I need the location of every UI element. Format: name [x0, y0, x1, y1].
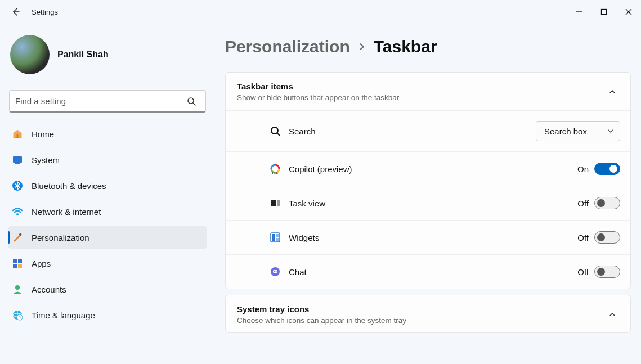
- sidebar-item-time[interactable]: Time & language: [8, 304, 207, 326]
- svg-point-11: [16, 213, 19, 215]
- sidebar-item-label: Time & language: [32, 311, 95, 320]
- row-label: Search: [289, 127, 536, 136]
- svg-rect-2: [602, 10, 607, 15]
- sidebar-item-label: Apps: [32, 259, 51, 268]
- sidebar-item-label: Home: [32, 129, 54, 139]
- system-icon: [11, 154, 24, 166]
- bluetooth-icon: [11, 179, 24, 192]
- row-label: Task view: [289, 199, 577, 208]
- svg-rect-35: [273, 270, 277, 273]
- chevron-up-icon: [604, 311, 620, 318]
- window-title: Settings: [32, 8, 58, 16]
- maximize-button[interactable]: [591, 0, 616, 24]
- row-label: Copilot (preview): [289, 164, 577, 174]
- sidebar-item-network[interactable]: Network & internet: [8, 200, 207, 223]
- section-subtitle: Show or hide buttons that appear on the …: [237, 93, 604, 102]
- search-input[interactable]: [15, 96, 182, 106]
- sidebar-item-home[interactable]: Home: [8, 123, 207, 145]
- breadcrumb-parent[interactable]: Personalization: [225, 37, 350, 56]
- svg-rect-8: [13, 156, 22, 163]
- copilot-icon: PRE: [268, 162, 282, 176]
- widgets-toggle[interactable]: [594, 231, 620, 244]
- svg-rect-16: [18, 264, 22, 268]
- svg-rect-29: [277, 200, 280, 206]
- svg-rect-13: [13, 259, 17, 263]
- sidebar-item-personalization[interactable]: Personalization: [8, 226, 207, 249]
- chevron-right-icon: [358, 43, 366, 51]
- svg-line-25: [277, 133, 280, 136]
- taskbar-row-search: Search Search box: [226, 110, 630, 151]
- svg-rect-9: [15, 163, 20, 164]
- back-button[interactable]: [5, 1, 27, 23]
- search-icon: [268, 124, 282, 138]
- sidebar-item-label: System: [32, 155, 60, 165]
- section-subtitle: Choose which icons can appear in the sys…: [237, 316, 604, 325]
- close-icon: [625, 8, 632, 15]
- svg-rect-33: [276, 238, 279, 241]
- user-name: Pankil Shah: [57, 50, 109, 60]
- window-controls: [567, 0, 641, 24]
- chat-icon: [268, 265, 282, 278]
- wifi-icon: [11, 205, 24, 218]
- toggle-state-text: Off: [577, 199, 589, 208]
- svg-rect-31: [272, 234, 275, 241]
- svg-rect-28: [271, 200, 276, 206]
- toggle-state-text: Off: [577, 233, 589, 242]
- sidebar-item-label: Bluetooth & devices: [32, 181, 106, 191]
- sidebar: Pankil Shah Home System Bluetooth & devi…: [0, 24, 214, 364]
- system-tray-icons-card: System tray icons Choose which icons can…: [225, 295, 631, 333]
- section-title: Taskbar items: [237, 82, 604, 91]
- taskbar-row-chat: Chat Off: [226, 254, 630, 289]
- row-label: Chat: [289, 267, 577, 277]
- minimize-button[interactable]: [567, 0, 591, 24]
- sidebar-item-label: Personalization: [32, 233, 89, 242]
- svg-point-36: [274, 271, 275, 272]
- svg-text:PRE: PRE: [272, 171, 279, 174]
- copilot-toggle[interactable]: [594, 163, 620, 175]
- maximize-icon: [600, 8, 607, 15]
- widgets-icon: [268, 231, 282, 244]
- search-icon: [182, 97, 201, 106]
- user-card[interactable]: Pankil Shah: [8, 33, 207, 84]
- chevron-up-icon: [604, 88, 620, 96]
- sidebar-item-system[interactable]: System: [8, 149, 207, 171]
- home-icon: [11, 128, 24, 140]
- close-button[interactable]: [616, 0, 641, 24]
- row-label: Widgets: [289, 233, 577, 242]
- taskbar-row-copilot: PRE Copilot (preview) On: [226, 151, 630, 186]
- sidebar-item-label: Network & internet: [32, 207, 101, 217]
- globe-clock-icon: [11, 309, 24, 321]
- taskbar-row-taskview: Task view Off: [226, 186, 630, 220]
- svg-rect-32: [276, 234, 279, 237]
- titlebar: Settings: [0, 0, 641, 24]
- search-mode-dropdown[interactable]: Search box: [536, 121, 620, 141]
- person-icon: [11, 283, 24, 295]
- system-tray-icons-header[interactable]: System tray icons Choose which icons can…: [226, 295, 630, 332]
- taskview-toggle[interactable]: [594, 197, 620, 209]
- breadcrumb-current: Taskbar: [374, 37, 437, 56]
- sidebar-item-apps[interactable]: Apps: [8, 252, 207, 275]
- taskview-icon: [268, 196, 282, 210]
- taskbar-items-header[interactable]: Taskbar items Show or hide buttons that …: [226, 73, 630, 110]
- avatar: [10, 35, 50, 74]
- search-box[interactable]: [9, 90, 206, 113]
- sidebar-item-accounts[interactable]: Accounts: [8, 278, 207, 300]
- toggle-state-text: Off: [577, 267, 589, 277]
- chat-toggle[interactable]: [594, 266, 620, 278]
- svg-point-24: [271, 127, 278, 134]
- svg-rect-14: [18, 259, 22, 263]
- taskbar-row-widgets: Widgets Off: [226, 220, 630, 254]
- sidebar-item-label: Accounts: [32, 285, 66, 294]
- arrow-left-icon: [11, 7, 20, 16]
- svg-point-37: [276, 271, 277, 272]
- nav-list: Home System Bluetooth & devices Network …: [8, 123, 207, 326]
- apps-icon: [11, 257, 24, 269]
- section-title: System tray icons: [237, 304, 604, 314]
- breadcrumb: Personalization Taskbar: [225, 33, 631, 72]
- dropdown-value: Search box: [544, 127, 587, 136]
- sidebar-item-bluetooth[interactable]: Bluetooth & devices: [8, 174, 207, 197]
- toggle-state-text: On: [577, 164, 589, 174]
- taskbar-items-card: Taskbar items Show or hide buttons that …: [225, 72, 631, 289]
- paintbrush-icon: [11, 231, 24, 244]
- minimize-icon: [576, 8, 582, 15]
